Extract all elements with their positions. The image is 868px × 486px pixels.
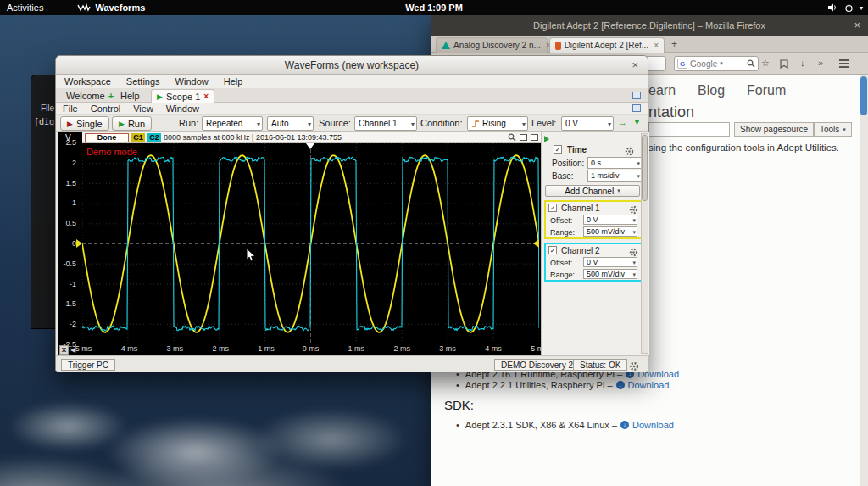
- overflow-icon[interactable]: »: [818, 58, 823, 68]
- nav-link-learn[interactable]: earn: [648, 83, 676, 98]
- nav-link-blog[interactable]: Blog: [698, 83, 725, 98]
- menu-control[interactable]: Control: [91, 103, 120, 114]
- undock-icon[interactable]: [632, 92, 641, 99]
- firefox-titlebar[interactable]: Digilent Adept 2 [Reference.Digilentinc]…: [431, 15, 868, 36]
- scope-plot-area[interactable]: V Done C1 C2 8000 samples at 800 kHz | 2…: [58, 132, 541, 355]
- downloads-icon[interactable]: ↓: [800, 58, 805, 68]
- chevron-down-icon[interactable]: ▾: [720, 60, 723, 67]
- zoom-window-icon[interactable]: [520, 134, 527, 141]
- x-axis-close-button[interactable]: X: [59, 345, 69, 355]
- add-channel-button[interactable]: Add Channel ▾: [545, 185, 640, 197]
- float-icon[interactable]: [632, 104, 641, 112]
- waveforms-logo-icon: [77, 3, 91, 12]
- menu-help[interactable]: Help: [224, 76, 243, 87]
- terminal-file-menu[interactable]: File: [41, 103, 54, 113]
- scrollbar[interactable]: [860, 75, 868, 486]
- run-mode-select[interactable]: Repeated ▾: [202, 116, 263, 131]
- device-badge[interactable]: DEMO Discovery 2: [494, 359, 580, 371]
- run-button[interactable]: ▶ Run: [112, 116, 152, 131]
- device-gear[interactable]: [629, 360, 639, 375]
- base-value: 1 ms/div: [591, 171, 620, 180]
- search-bar[interactable]: G Google ▾: [674, 56, 759, 71]
- channel2-offset-select[interactable]: 0 V ▾: [583, 257, 637, 267]
- channel1-checkbox[interactable]: ✓: [548, 204, 557, 212]
- clock[interactable]: Wed 1:09 PM: [405, 3, 463, 13]
- list-item-text: Adept 2.3.1 SDK, X86 & X64 Linux –: [465, 420, 617, 430]
- channel2-checkbox[interactable]: ✓: [548, 246, 557, 254]
- trigger-pc-button[interactable]: Trigger PC: [61, 359, 115, 371]
- condition-select[interactable]: Rising ▾: [467, 116, 528, 131]
- position-select[interactable]: 0 s ▾: [587, 157, 642, 169]
- more-options-icon[interactable]: ▼: [633, 118, 641, 126]
- download-icon[interactable]: ↓: [620, 421, 629, 429]
- system-tray[interactable]: ▾: [827, 3, 863, 13]
- download-link[interactable]: Download: [628, 380, 670, 390]
- trigger-position-marker[interactable]: [306, 143, 314, 149]
- tools-button[interactable]: Tools ▾: [814, 122, 852, 137]
- offset-value: 0 V: [587, 215, 598, 224]
- download-link[interactable]: Download: [632, 420, 674, 430]
- bookmarks-icon[interactable]: [780, 59, 788, 69]
- power-icon[interactable]: [844, 3, 854, 13]
- bookmark-star-icon[interactable]: ☆: [761, 58, 770, 69]
- waveforms-titlebar[interactable]: WaveForms (new workspace) ×: [56, 56, 648, 75]
- panel-scrollbar[interactable]: [641, 133, 648, 354]
- menu-settings[interactable]: Settings: [126, 76, 160, 87]
- pagesource-button[interactable]: Show pagesource: [734, 122, 814, 137]
- channel1-badge[interactable]: C1: [131, 133, 145, 142]
- pan-left-icon[interactable]: ◀: [70, 346, 75, 354]
- x-tick-label: -3 ms: [157, 344, 191, 355]
- menu-icon[interactable]: [839, 63, 849, 64]
- tab-analog-discovery[interactable]: Analog Discovery 2 n... ×: [436, 37, 548, 53]
- gear-icon[interactable]: [629, 361, 639, 371]
- activities-button[interactable]: Activities: [7, 3, 43, 13]
- channel1-range-select[interactable]: 500 mV/div ▾: [583, 226, 637, 237]
- measure-icon[interactable]: [531, 134, 538, 141]
- channel-offset-marker-right[interactable]: [533, 239, 539, 248]
- channel1-offset-select[interactable]: 0 V ▾: [583, 215, 637, 225]
- source-select[interactable]: Channel 1 ▾: [354, 116, 417, 131]
- tab-close-icon[interactable]: ×: [654, 41, 659, 50]
- menu-view[interactable]: View: [133, 103, 153, 114]
- focused-app[interactable]: Waveforms: [77, 3, 145, 13]
- channel-offset-marker-left[interactable]: [76, 239, 82, 248]
- gear-icon[interactable]: [625, 147, 634, 156]
- apply-arrow-icon[interactable]: →: [618, 117, 627, 127]
- scrollbar-thumb[interactable]: [642, 135, 648, 201]
- menu-workspace[interactable]: Workspace: [64, 76, 111, 87]
- wiki-search-input[interactable]: [648, 122, 730, 137]
- scrollbar-thumb[interactable]: [860, 76, 867, 115]
- chevron-down-icon: ▾: [632, 217, 636, 224]
- tab-digilent-adept[interactable]: Digilent Adept 2 [Ref... ×: [549, 37, 665, 53]
- zoom-icon[interactable]: [508, 133, 516, 142]
- close-icon[interactable]: ×: [854, 19, 860, 31]
- condition-label: Condition:: [420, 118, 463, 128]
- channel2-badge[interactable]: C2: [147, 133, 161, 142]
- volume-icon[interactable]: [827, 3, 838, 13]
- tab-close-icon[interactable]: ×: [203, 92, 209, 101]
- menu-window2[interactable]: Window: [166, 103, 199, 114]
- gear-icon[interactable]: [629, 205, 638, 215]
- download-icon[interactable]: ↓: [616, 381, 625, 389]
- time-checkbox[interactable]: ✓: [554, 145, 562, 154]
- new-tab-button[interactable]: +: [671, 38, 677, 50]
- level-select[interactable]: 0 V ▾: [561, 116, 614, 131]
- menu-file[interactable]: File: [63, 103, 78, 114]
- gear-icon[interactable]: [629, 248, 638, 257]
- tab-scope1[interactable]: ▶ Scope 1 ×: [151, 89, 214, 103]
- chevron-down-icon[interactable]: ▾: [860, 4, 863, 12]
- tab-welcome[interactable]: Welcome +: [61, 89, 119, 103]
- tab-help[interactable]: Help: [115, 89, 145, 103]
- range-value: 500 mV/div: [587, 270, 625, 278]
- search-engine-icon[interactable]: G: [677, 59, 687, 69]
- search-icon[interactable]: [747, 59, 755, 68]
- channel2-range-select[interactable]: 500 mV/div ▾: [583, 269, 637, 279]
- menu-window[interactable]: Window: [175, 76, 209, 87]
- panel-collapse-icon[interactable]: [544, 136, 549, 142]
- close-icon[interactable]: ×: [632, 59, 638, 71]
- nav-link-forum[interactable]: Forum: [747, 83, 786, 98]
- single-button[interactable]: ▶ Single: [60, 116, 109, 131]
- waveform-canvas[interactable]: [82, 143, 539, 344]
- base-select[interactable]: 1 ms/div ▾: [587, 170, 642, 182]
- trigger-mode-select[interactable]: Auto ▾: [267, 116, 314, 131]
